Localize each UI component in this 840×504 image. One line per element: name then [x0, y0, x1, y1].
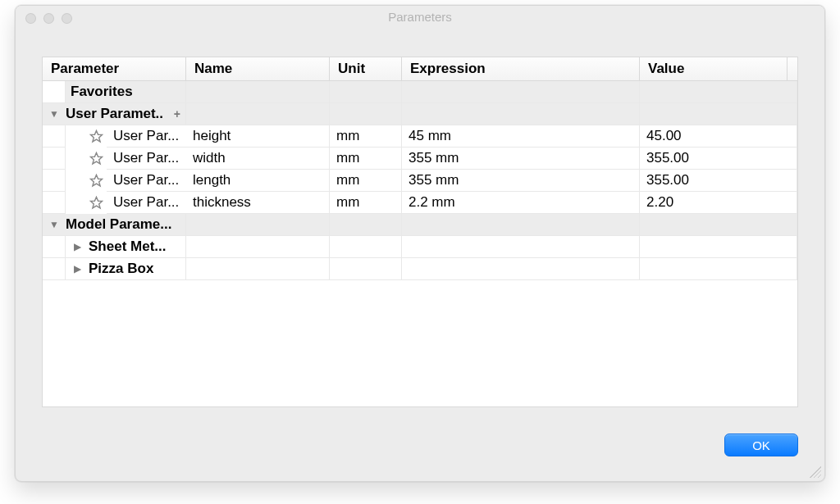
- column-header-parameter[interactable]: Parameter: [43, 57, 186, 80]
- column-header-name[interactable]: Name: [186, 57, 330, 80]
- chevron-down-icon[interactable]: [43, 214, 66, 235]
- svg-marker-1: [90, 152, 102, 163]
- close-icon[interactable]: [25, 13, 36, 24]
- column-header-unit[interactable]: Unit: [330, 57, 402, 80]
- chevron-down-icon[interactable]: [43, 103, 66, 125]
- favorite-star-icon[interactable]: [85, 170, 107, 192]
- column-header-value[interactable]: Value: [640, 57, 788, 80]
- group-model-parameters[interactable]: Model Parame...: [43, 214, 797, 236]
- group-label-user: User Paramet..: [66, 106, 163, 122]
- group-label-favorites: Favorites: [71, 84, 133, 100]
- zoom-icon[interactable]: [62, 13, 72, 24]
- group-favorites[interactable]: Favorites: [43, 81, 797, 103]
- favorite-star-icon[interactable]: [85, 125, 107, 148]
- model-subgroup[interactable]: Sheet Met...: [43, 236, 797, 258]
- chevron-right-icon[interactable]: [66, 263, 89, 275]
- window-titlebar[interactable]: Parameters: [16, 6, 824, 29]
- svg-marker-2: [90, 175, 102, 185]
- parameter-row[interactable]: User Par... thickness mm 2.2 mm 2.20: [43, 192, 797, 214]
- ok-button[interactable]: OK: [724, 434, 798, 456]
- favorite-star-icon[interactable]: [85, 192, 107, 214]
- parameter-row[interactable]: User Par... height mm 45 mm 45.00: [43, 125, 797, 148]
- group-user-parameters[interactable]: User Paramet.. +: [43, 103, 797, 125]
- model-subgroup[interactable]: Pizza Box: [43, 258, 797, 280]
- table-header: Parameter Name Unit Expression Value: [43, 57, 797, 81]
- parameters-table: Parameter Name Unit Expression Value Fav…: [42, 57, 798, 407]
- parameters-dialog: Parameters Parameter Name Unit Expressio…: [15, 5, 825, 482]
- column-header-expression[interactable]: Expression: [402, 57, 640, 80]
- chevron-right-icon[interactable]: [66, 241, 89, 252]
- svg-marker-3: [90, 197, 102, 207]
- group-label-model: Model Parame...: [66, 216, 171, 233]
- parameter-row[interactable]: User Par... width mm 355 mm 355.00: [43, 148, 797, 170]
- favorite-star-icon[interactable]: [85, 148, 107, 170]
- minimize-icon[interactable]: [43, 13, 54, 24]
- resize-grip-icon[interactable]: [808, 465, 821, 478]
- window-title: Parameters: [388, 10, 452, 24]
- add-parameter-icon[interactable]: +: [174, 107, 180, 120]
- svg-marker-0: [90, 130, 102, 141]
- parameter-row[interactable]: User Par... length mm 355 mm 355.00: [43, 170, 797, 192]
